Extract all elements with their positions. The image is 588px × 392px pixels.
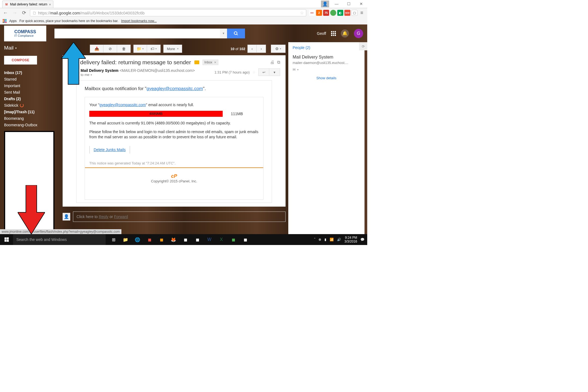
quota-email-link[interactable]: gyeagley@compassitc.com (146, 86, 203, 91)
email-icon[interactable]: ✉ (293, 68, 296, 72)
ext-icon-3[interactable]: 75 (323, 10, 329, 16)
chrome-user-icon[interactable]: 👤 (321, 1, 329, 7)
folder-important[interactable]: Important (4, 82, 56, 89)
app-icon-4[interactable]: ◼ (192, 234, 203, 245)
notifications-icon[interactable]: 🔔 (341, 29, 349, 38)
app-icon-1[interactable]: ◼ (144, 234, 155, 245)
app-icon-5[interactable]: ◼ (228, 234, 239, 245)
print-icon[interactable]: 🖨 (270, 60, 274, 65)
folder-starred[interactable]: Starred (4, 76, 56, 82)
reply-link[interactable]: Reply (99, 215, 109, 219)
chrome-icon[interactable]: 🌐 (132, 234, 143, 245)
back-button[interactable]: ← (2, 10, 9, 16)
compose-button[interactable]: COMPOSE (4, 56, 37, 65)
ext-icon-5[interactable]: ◐ (337, 10, 343, 16)
chevron-down-icon: ▾ (91, 74, 92, 76)
avatar[interactable]: G (354, 29, 363, 38)
recipient-line[interactable]: to me ▾ (81, 73, 211, 77)
refresh-icon[interactable]: ⟳ (359, 42, 367, 50)
reload-button[interactable]: ⟳ (21, 10, 27, 16)
search-dropdown-icon[interactable]: ▼ (220, 29, 227, 38)
next-button[interactable]: › (257, 45, 266, 53)
folder-drafts[interactable]: Drafts (2) (4, 96, 56, 102)
google-apps-icon[interactable] (331, 31, 336, 36)
folder-trash[interactable]: [Imap]/Trash (11) (4, 109, 56, 115)
tray-icon-1[interactable]: ⊕ (318, 238, 321, 241)
labels-button[interactable]: 🏷▾ (147, 45, 161, 53)
search-button[interactable] (227, 29, 245, 38)
tray-chevron-icon[interactable]: ˆ (314, 238, 315, 241)
folder-boomerang-outbox[interactable]: Boomerang-Outbox (4, 122, 56, 128)
delete-button[interactable]: 🗑 (117, 45, 131, 53)
folder-boomerang[interactable]: Boomerang (4, 115, 56, 122)
chrome-menu-icon[interactable]: ≡ (359, 10, 365, 16)
app-icon-2[interactable]: ◼ (156, 234, 167, 245)
taskbar-search[interactable]: Search the web and Windows (13, 234, 106, 245)
folder-inbox[interactable]: Inbox (17) (4, 69, 56, 76)
close-tab-icon[interactable]: × (49, 2, 51, 7)
quota-remaining: 111MB (231, 112, 243, 116)
close-window-button[interactable]: ✕ (355, 0, 367, 8)
firefox-icon[interactable]: 🦊 (168, 234, 179, 245)
people-link[interactable]: People (2) (293, 45, 360, 50)
search-input[interactable] (54, 29, 220, 38)
move-button[interactable]: 📁▾ (133, 45, 147, 53)
minimize-button[interactable]: — (330, 0, 343, 8)
more-actions-button[interactable]: ▾ (269, 68, 280, 76)
quota-your-line: Your "gyeagley@compassitc.com" email acc… (89, 103, 259, 107)
maximize-button[interactable]: ☐ (343, 0, 355, 8)
search-placeholder: Search the web and Windows (16, 237, 67, 242)
show-details-link[interactable]: Show details (293, 76, 360, 80)
browser-tab[interactable]: M Mail delivery failed: return × (2, 1, 53, 8)
forward-button[interactable]: → (11, 10, 18, 16)
bookmark-star-icon[interactable]: ☆ (300, 10, 304, 16)
start-button[interactable] (0, 234, 13, 245)
volume-icon[interactable]: 🔊 (337, 238, 341, 241)
wifi-icon[interactable]: 📶 (330, 238, 334, 241)
toolbar: 📥 ⊘ 🗑 📁▾ 🏷▾ More▾ 10 of 102 ‹ › ⚙▾ (63, 42, 286, 55)
excel-icon[interactable]: X (216, 234, 227, 245)
company-logo[interactable]: COMPASS IT Compliance (4, 26, 46, 41)
forward-link[interactable]: Forward (114, 215, 128, 219)
notifications-tray-icon[interactable]: 💬 (360, 238, 365, 241)
folder-sidekick[interactable]: Sidekick (4, 102, 56, 109)
spam-button[interactable]: ⊘ (103, 45, 117, 53)
sender-info: Mail Delivery System <MAILER-DAEMON@usli… (81, 68, 211, 77)
user-name[interactable]: Geoff (317, 31, 326, 36)
ext-icon-7[interactable]: ▢ (351, 10, 357, 16)
ext-icon-2[interactable]: 2 (316, 10, 322, 16)
archive-button[interactable]: 📥 (90, 45, 103, 53)
your-email-link[interactable]: gyeagley@compassitc.com (99, 103, 146, 107)
remove-label-icon[interactable]: ✕ (214, 61, 216, 64)
delete-junks-link[interactable]: Delete Junks Mails (94, 148, 126, 152)
folder-sent[interactable]: Sent Mail (4, 89, 56, 96)
settings-button[interactable]: ⚙▾ (271, 45, 286, 53)
more-button[interactable]: More▾ (163, 45, 182, 53)
file-explorer-icon[interactable]: 📁 (120, 234, 131, 245)
chevron-down-icon[interactable]: ▾ (297, 68, 299, 71)
reply-button[interactable]: ↩ (258, 68, 269, 76)
pager: 10 of 102 ‹ › ⚙▾ (231, 45, 286, 53)
ext-icon-4[interactable] (330, 10, 336, 16)
new-window-icon[interactable]: ⧉ (277, 60, 280, 65)
app-icon-3[interactable]: ◼ (180, 234, 191, 245)
word-icon[interactable]: W (204, 234, 215, 245)
ext-icon-6[interactable]: NEW (344, 10, 350, 16)
reply-input[interactable]: Click here to Reply or Forward (73, 212, 286, 222)
mail-dropdown[interactable]: Mail ▾ (4, 45, 56, 51)
ext-icon-1[interactable]: ••• (309, 10, 315, 16)
prev-button[interactable]: ‹ (247, 45, 257, 53)
app-icon-6[interactable]: ◼ (240, 234, 251, 245)
apps-label[interactable]: Apps (9, 19, 17, 23)
message-time: 1:31 PM (7 hours ago) (215, 70, 250, 74)
apps-shortcut-icon[interactable] (3, 19, 7, 23)
url-input[interactable]: 🗋 https://mail.google.com/mail/u/0/#inbo… (30, 9, 306, 16)
subject-actions: 🖨 ⧉ (270, 60, 280, 65)
import-bookmarks-link[interactable]: Import bookmarks now... (121, 19, 157, 23)
star-icon[interactable]: ☆ (252, 70, 256, 74)
battery-icon[interactable]: ▮ (324, 238, 326, 241)
task-view-icon[interactable]: ⊞ (108, 234, 119, 245)
clock[interactable]: 9:24 PM 3/3/2016 (344, 236, 357, 244)
inner-notification-box: Your "gyeagley@compassitc.com" email acc… (85, 97, 264, 200)
inbox-label[interactable]: Inbox✕ (203, 60, 218, 65)
